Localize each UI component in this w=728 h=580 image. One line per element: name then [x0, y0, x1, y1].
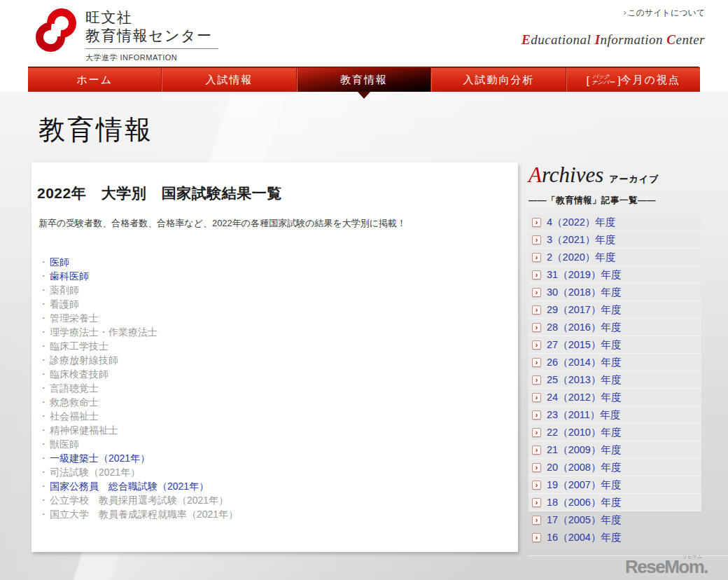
archive-item: ›31（2019）年度	[528, 266, 701, 284]
exam-list-item: ・精神保健福祉士	[38, 423, 518, 437]
archives-heading-cap: A	[528, 163, 542, 187]
exam-link[interactable]: 国家公務員 総合職試験（2021年）	[50, 479, 209, 493]
tagline-rest-1: nformation	[601, 32, 667, 47]
archive-year-link[interactable]: 16（2004）年度	[547, 531, 621, 544]
exam-list-item: ・管理栄養士	[38, 311, 518, 325]
arrow-right-icon: ›	[532, 533, 541, 542]
nav-bracket-open: [	[587, 74, 589, 86]
archive-item: ›25（2013）年度	[528, 371, 701, 389]
main-nav: ホーム入試情報教育情報入試動向分析[バックナンバー]今月の視点	[28, 67, 700, 92]
about-site-link[interactable]: ›このサイトについて	[623, 7, 705, 19]
nav-tab-2[interactable]: 教育情報	[297, 68, 431, 92]
chevron-right-icon: ›	[623, 8, 626, 18]
archive-item: ›20（2008）年度	[528, 459, 701, 476]
arrow-right-icon: ›	[532, 463, 541, 472]
exam-list-item: ・司法試験（2021年）	[38, 465, 518, 479]
english-tagline: Educational Information Center	[522, 32, 705, 48]
archive-year-link[interactable]: 29（2017）年度	[547, 303, 621, 317]
exam-text: 管理栄養士	[50, 311, 99, 325]
archive-item: ›3（2021）年度	[528, 231, 701, 249]
exam-text: 理学療法士・作業療法士	[50, 325, 158, 339]
exam-result-list: ・医師・歯科医師・薬剤師・看護師・管理栄養士・理学療法士・作業療法士・臨床工学技…	[38, 255, 518, 521]
exam-text: 看護師	[50, 297, 79, 311]
archive-year-link[interactable]: 28（2016）年度	[547, 321, 621, 334]
archive-year-link[interactable]: 22（2010）年度	[547, 426, 621, 439]
about-site-label: このサイトについて	[627, 8, 705, 18]
list-bullet-icon: ・	[38, 423, 48, 437]
tagline-capital-1: I	[595, 32, 601, 47]
article-title: 2022年 大学別 国家試験結果一覧	[37, 184, 518, 203]
obunsha-swirl-icon	[34, 6, 78, 56]
list-bullet-icon: ・	[38, 353, 48, 367]
tagline-capital-2: C	[666, 32, 676, 47]
archive-year-link[interactable]: 23（2011）年度	[547, 408, 620, 422]
archive-item: ›16（2004）年度	[528, 529, 701, 546]
exam-text: 獣医師	[50, 437, 79, 451]
archive-year-link[interactable]: 26（2014）年度	[547, 356, 621, 369]
archives-sidebar: Archivesアーカイブ ——「教育情報」記事一覧—— ›4（2022）年度›…	[528, 164, 706, 546]
exam-link[interactable]: 一級建築士（2021年）	[50, 451, 150, 465]
archive-year-link[interactable]: 4（2022）年度	[547, 216, 615, 229]
archive-year-link[interactable]: 24（2012）年度	[547, 391, 621, 404]
archives-subtitle: ——「教育情報」記事一覧——	[528, 195, 706, 207]
archives-heading: Archivesアーカイブ	[528, 164, 706, 191]
archive-year-link[interactable]: 31（2019）年度	[547, 268, 621, 282]
nav-tab-label: 教育情報	[340, 74, 388, 87]
arrow-right-icon: ›	[532, 253, 541, 262]
logo-line2: 教育情報センター	[85, 27, 218, 45]
exam-list-item: ・医師	[38, 255, 518, 269]
nav-tab-label: 今月の視点	[621, 74, 680, 87]
tagline-rest-0: ducational	[531, 32, 595, 47]
nav-tab-4[interactable]: [バックナンバー]今月の視点	[566, 68, 700, 92]
exam-list-item: ・臨床工学技士	[38, 339, 518, 353]
archive-year-link[interactable]: 27（2015）年度	[547, 338, 621, 352]
site-logo[interactable]: 旺文社 教育情報センター 大学進学 INFORMATION	[34, 6, 218, 63]
arrow-right-icon: ›	[532, 446, 541, 455]
logo-line1: 旺文社	[85, 8, 218, 27]
archive-year-link[interactable]: 20（2008）年度	[547, 461, 621, 474]
arrow-right-icon: ›	[532, 393, 541, 402]
resemom-kana-label: リセマム	[682, 553, 702, 560]
exam-text: 精神保健福祉士	[50, 423, 118, 437]
exam-link[interactable]: 医師	[50, 255, 69, 269]
arrow-right-icon: ›	[532, 288, 541, 297]
archive-year-link[interactable]: 17（2005）年度	[547, 513, 621, 527]
nav-tab-label: 入試情報	[206, 74, 253, 87]
arrow-right-icon: ›	[532, 516, 541, 525]
arrow-right-icon: ›	[532, 498, 541, 507]
page-title: 教育情報	[38, 112, 153, 148]
list-bullet-icon: ・	[38, 367, 48, 381]
nav-tab-0[interactable]: ホーム	[28, 68, 162, 92]
exam-list-item: ・看護師	[38, 297, 518, 311]
nav-tab-3[interactable]: 入試動向分析	[431, 68, 566, 92]
archive-year-link[interactable]: 19（2007）年度	[547, 478, 621, 492]
archive-item: ›19（2007）年度	[528, 476, 701, 494]
archive-item: ›28（2016）年度	[528, 319, 701, 336]
list-bullet-icon: ・	[38, 325, 48, 339]
archive-year-link[interactable]: 21（2009）年度	[547, 443, 621, 457]
archive-year-link[interactable]: 25（2013）年度	[547, 373, 621, 387]
nav-tab-label: ホーム	[76, 74, 113, 87]
exam-text: 社会福祉士	[50, 409, 99, 423]
resemom-logo[interactable]: リセマムReseMom.	[625, 556, 708, 578]
exam-text: 診療放射線技師	[50, 353, 118, 367]
arrow-right-icon: ›	[532, 428, 541, 437]
page: 旺文社 教育情報センター 大学進学 INFORMATION ›このサイトについて…	[0, 0, 728, 580]
list-bullet-icon: ・	[38, 409, 48, 423]
arrow-right-icon: ›	[532, 340, 541, 350]
archive-year-link[interactable]: 3（2021）年度	[547, 233, 615, 247]
arrow-right-icon: ›	[532, 410, 541, 420]
nav-tab-1[interactable]: 入試情報	[162, 68, 296, 92]
archive-year-link[interactable]: 30（2018）年度	[547, 286, 621, 299]
exam-link[interactable]: 歯科医師	[50, 269, 89, 283]
exam-list-item: ・臨床検査技師	[38, 367, 518, 381]
exam-text: 公立学校 教員採用選考試験（2021年）	[50, 493, 228, 507]
article-description: 新卒の受験者数、合格者数、合格率など、2022年の各種国家試験の結果を大学別に掲…	[38, 217, 518, 230]
exam-list-item: ・救急救命士	[38, 395, 518, 409]
exam-list-item: ・公立学校 教員採用選考試験（2021年）	[38, 493, 518, 507]
archive-year-link[interactable]: 2（2020）年度	[547, 251, 615, 264]
list-bullet-icon: ・	[38, 437, 48, 451]
archive-item: ›30（2018）年度	[528, 284, 701, 301]
list-bullet-icon: ・	[38, 255, 48, 269]
archive-year-link[interactable]: 18（2006）年度	[547, 496, 621, 509]
